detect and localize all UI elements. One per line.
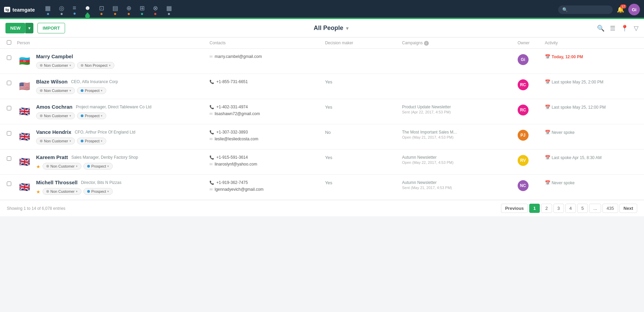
customer-status-tag[interactable]: Non Customer ▾ — [36, 62, 75, 69]
prospect-status-arrow[interactable]: ▾ — [101, 89, 103, 92]
prospect-status-tag[interactable]: Non Prospect ▾ — [77, 62, 114, 69]
contacts-cell: 📞+1-919-362-7475 ✉lgennadyevich@gmail.co… — [209, 180, 325, 192]
prospect-status-tag[interactable]: Prospect ▾ — [83, 163, 113, 170]
owner-avatar[interactable]: PJ — [518, 130, 529, 141]
star-icon[interactable]: ★ — [36, 164, 41, 169]
nav-item-analytics[interactable]: ▦ — [163, 3, 175, 16]
notifications-bell[interactable]: 🔔 17 — [617, 6, 624, 13]
owner-cell: NC — [518, 180, 545, 191]
decision-maker-cell — [325, 53, 402, 54]
customer-status-tag[interactable]: Non Customer ▾ — [43, 188, 81, 195]
prospect-status-dot — [81, 89, 83, 92]
campaign-name: Product Update Newsletter — [402, 105, 518, 109]
import-button[interactable]: IMPORT — [37, 23, 65, 33]
prospect-status-dot — [87, 190, 90, 193]
activity-text: Last spoke May 25, 12:00 PM — [552, 105, 606, 110]
person-name[interactable]: Vance Hendrix — [36, 129, 71, 135]
customer-status-label: Non Customer — [44, 139, 68, 143]
nav-item-reports[interactable]: ≡ — [69, 3, 80, 16]
owner-avatar[interactable]: Gi — [518, 54, 529, 65]
nav-dot-analytics — [168, 13, 170, 15]
prospect-status-arrow[interactable]: ▾ — [101, 139, 103, 143]
campaign-status: Sent (May 21, 2017, 4:53 PM) — [402, 186, 518, 190]
user-avatar[interactable]: Gi — [628, 4, 640, 15]
owner-avatar[interactable]: RV — [518, 155, 529, 166]
campaigns-cell: Autumn NewsletterSent (May 21, 2017, 4:5… — [402, 180, 518, 190]
search-toolbar-icon[interactable]: 🔍 — [597, 25, 604, 32]
page-last-button[interactable]: 435 — [602, 204, 618, 213]
page-1-button[interactable]: 1 — [529, 204, 540, 213]
customer-status-tag[interactable]: Non Customer ▾ — [36, 87, 75, 94]
prospect-status-arrow[interactable]: ▾ — [107, 165, 109, 168]
nav-item-globe[interactable]: ⊗ — [150, 3, 161, 16]
owner-avatar[interactable]: RC — [518, 79, 529, 90]
customer-status-arrow[interactable]: ▾ — [69, 114, 71, 118]
nav-item-tasks[interactable]: ⊕ — [123, 3, 135, 16]
person-name[interactable]: Kareem Pratt — [36, 154, 68, 160]
prospect-status-arrow[interactable]: ▾ — [109, 64, 111, 67]
nav-dot-reports — [74, 13, 76, 15]
row-checkbox[interactable] — [7, 56, 11, 60]
next-button[interactable]: Next — [619, 204, 637, 213]
campaign-status: Sent (Apr 22, 2017, 4:53 PM) — [402, 110, 518, 114]
owner-avatar[interactable]: RC — [518, 105, 529, 115]
customer-status-arrow[interactable]: ▾ — [76, 165, 78, 168]
select-all-checkbox[interactable] — [7, 40, 11, 45]
prospect-status-arrow[interactable]: ▾ — [107, 190, 109, 193]
person-cell: 🇬🇧 Amos Cochran Project manager, Direct … — [17, 104, 209, 119]
global-search[interactable]: 🔍 — [558, 5, 613, 14]
contact-email: ✉lgennadyevich@gmail.com — [209, 187, 325, 192]
filter-icon[interactable]: ▽ — [634, 25, 639, 32]
customer-status-tag[interactable]: Non Customer ▾ — [43, 163, 81, 170]
prospect-status-arrow[interactable]: ▾ — [101, 114, 103, 118]
campaigns-info-icon[interactable]: i — [424, 41, 429, 46]
row-checkbox[interactable] — [7, 182, 11, 186]
customer-status-tag[interactable]: Non Customer ▾ — [36, 138, 75, 144]
person-name[interactable]: Blaze Wilson — [36, 79, 67, 84]
star-icon[interactable]: ★ — [36, 189, 41, 194]
nav-item-people[interactable]: ☻ — [81, 3, 94, 16]
person-name[interactable]: Marry Campbel — [36, 53, 73, 59]
customer-status-dot — [40, 89, 43, 92]
nav-item-deals[interactable]: ⊡ — [96, 3, 108, 16]
prospect-status-dot — [81, 140, 83, 142]
customer-status-label: Non Customer — [44, 89, 68, 93]
page-5-button[interactable]: 5 — [577, 204, 588, 213]
nav-item-calendar[interactable]: ▤ — [109, 3, 122, 16]
page-4-button[interactable]: 4 — [565, 204, 576, 213]
list-view-icon[interactable]: ☰ — [610, 25, 615, 32]
row-checkbox[interactable] — [7, 156, 11, 161]
page-title-chevron[interactable]: ▾ — [346, 26, 348, 31]
nav-item-docs[interactable]: ⊞ — [136, 3, 148, 16]
row-checkbox[interactable] — [7, 106, 11, 110]
person-name[interactable]: Amos Cochran — [36, 104, 73, 110]
prospect-status-tag[interactable]: Prospect ▾ — [77, 138, 106, 144]
customer-status-arrow[interactable]: ▾ — [69, 89, 71, 92]
prospect-status-tag[interactable]: Prospect ▾ — [83, 188, 113, 195]
page-2-button[interactable]: 2 — [541, 204, 552, 213]
nav-item-contacts[interactable]: ◎ — [56, 3, 68, 16]
row-checkbox[interactable] — [7, 81, 11, 85]
prospect-status-tag[interactable]: Prospect ▾ — [77, 112, 106, 119]
customer-status-arrow[interactable]: ▾ — [76, 190, 78, 193]
owner-cell: Gi — [518, 53, 545, 65]
prospect-status-tag[interactable]: Prospect ▾ — [77, 87, 106, 94]
row-checkbox[interactable] — [7, 131, 11, 136]
owner-avatar[interactable]: NC — [518, 180, 529, 191]
page-ellipsis: ... — [589, 204, 601, 213]
nav-item-dashboard[interactable]: ▦ — [42, 3, 54, 16]
prev-button[interactable]: Previous — [501, 204, 528, 213]
email-icon: ✉ — [209, 187, 213, 192]
customer-status-arrow[interactable]: ▾ — [69, 64, 71, 67]
logo[interactable]: tg teamgate — [4, 7, 35, 13]
header-check[interactable] — [7, 40, 17, 46]
customer-status-tag[interactable]: Non Customer ▾ — [36, 112, 75, 119]
person-flag: 🇬🇧 — [17, 129, 32, 144]
person-name[interactable]: Michell Throssell — [36, 180, 78, 185]
customer-status-arrow[interactable]: ▾ — [69, 139, 71, 143]
location-icon[interactable]: 📍 — [621, 25, 628, 32]
page-3-button[interactable]: 3 — [553, 204, 564, 213]
person-title: CFO, Arthur Price Of England Ltd — [75, 130, 135, 135]
new-dropdown-arrow[interactable]: ▾ — [25, 23, 33, 33]
new-button[interactable]: NEW — [5, 23, 25, 33]
